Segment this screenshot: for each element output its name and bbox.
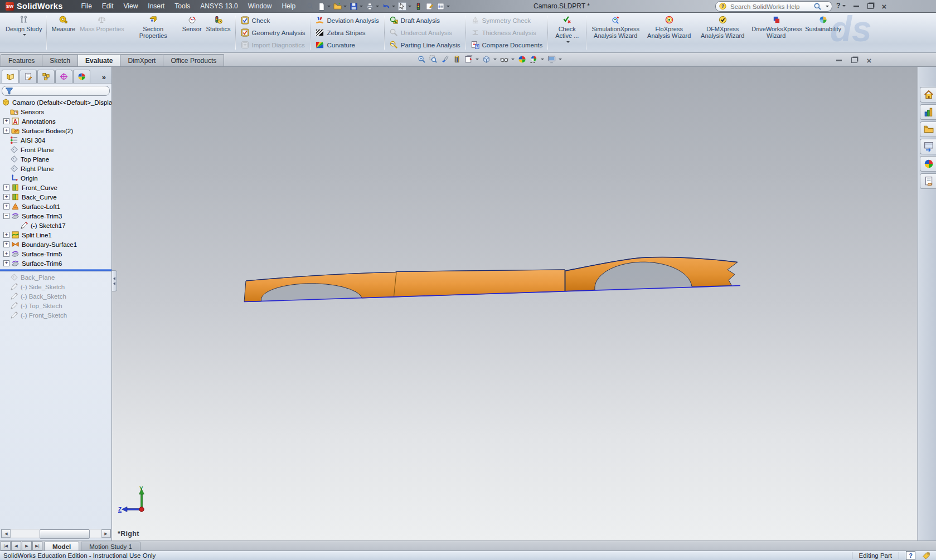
tree-item-surface-bodies-2[interactable]: +Surface Bodies(2) xyxy=(0,126,111,135)
design-study-dropdown-icon[interactable] xyxy=(23,34,26,36)
menu-ansys-13-0[interactable]: ANSYS 13.0 xyxy=(195,1,243,12)
zoom-to-fit-button[interactable] xyxy=(417,55,426,64)
tree-item-annotations[interactable]: +AAnnotations xyxy=(0,116,111,126)
menu-edit[interactable]: Edit xyxy=(97,1,119,12)
tab-features[interactable]: Features xyxy=(1,54,42,66)
statistics-button[interactable]: Statistics xyxy=(204,13,233,52)
deviation-analysis-button[interactable]: Deviation Analysis xyxy=(313,14,381,26)
expand-expanded-icon[interactable]: − xyxy=(3,213,9,219)
tag-icon[interactable] xyxy=(922,552,930,560)
view-list-dropdown-icon[interactable] xyxy=(447,6,450,7)
tree-item-side-sketch[interactable]: (-) Side_Sketch xyxy=(0,282,111,291)
menu-window[interactable]: Window xyxy=(243,1,277,12)
geometry-analysis-button[interactable]: Geometry Analysis xyxy=(238,27,308,38)
draft-analysis-button[interactable]: Draft Analysis xyxy=(387,14,463,26)
display-style-button[interactable] xyxy=(482,55,497,64)
tree-item-split-line1[interactable]: +Split Line1 xyxy=(0,230,111,240)
open-dropdown-icon[interactable] xyxy=(343,6,347,7)
expand-collapsed-icon[interactable]: + xyxy=(3,184,9,191)
zebra-stripes-button[interactable]: Zebra Stripes xyxy=(313,27,381,38)
search-magnifier-icon[interactable] xyxy=(813,2,822,11)
close-button[interactable]: × xyxy=(880,2,889,11)
apply-scene-button[interactable] xyxy=(529,55,545,64)
tree-item-sketch17[interactable]: (-) Sketch17 xyxy=(0,221,111,230)
tree-item-surface-loft1[interactable]: +Surface-Loft1 xyxy=(0,202,111,211)
curvature-button[interactable]: Curvature xyxy=(313,39,381,51)
restore-button[interactable] xyxy=(866,2,875,11)
design-library-button[interactable] xyxy=(920,104,936,120)
hide-show-items-button[interactable] xyxy=(499,55,515,64)
first-frame-button[interactable]: |◀ xyxy=(1,541,11,551)
tree-item-surface-trim6[interactable]: +Surface-Trim6 xyxy=(0,259,111,268)
bottom-tab-motion-study-1[interactable]: Motion Study 1 xyxy=(81,542,140,551)
expand-collapsed-icon[interactable]: + xyxy=(3,241,9,247)
driveworksxpress-wizard-button[interactable]: DriveWorksXpress Wizard xyxy=(749,13,803,52)
sustainability-button[interactable]: Sustainability xyxy=(803,13,843,52)
dfmxpress-analysis-wizard-button[interactable]: DFMXpress Analysis Wizard xyxy=(696,13,749,52)
expand-collapsed-icon[interactable]: + xyxy=(3,118,9,124)
hide-show-items-dropdown-icon[interactable] xyxy=(511,59,515,60)
panel-splitter-handle[interactable] xyxy=(112,270,117,291)
bottom-tab-model[interactable]: Model xyxy=(44,542,79,551)
zoom-to-area-button[interactable] xyxy=(429,55,438,64)
select-dropdown-icon[interactable] xyxy=(408,6,411,7)
manager-tab-dimxpertmanager[interactable] xyxy=(55,70,72,83)
section-view-button[interactable] xyxy=(452,55,462,64)
expand-collapsed-icon[interactable]: + xyxy=(3,251,9,257)
tree-horizontal-scrollbar[interactable]: ◀ ▶ xyxy=(1,529,111,538)
design-study-button[interactable]: Design Study xyxy=(3,13,44,52)
tree-item-camaro-default-default-displa[interactable]: Camaro (Default<<Default>_Displa xyxy=(0,98,111,107)
apply-scene-dropdown-icon[interactable] xyxy=(541,59,544,60)
new-document-button[interactable] xyxy=(316,2,332,11)
menu-help[interactable]: Help xyxy=(277,1,300,12)
measure-button[interactable]: Measure xyxy=(49,13,77,52)
tree-item-back-curve[interactable]: +Back_Curve xyxy=(0,192,111,202)
save-button[interactable] xyxy=(348,2,364,11)
view-list-button[interactable] xyxy=(435,2,451,11)
graphics-viewport[interactable]: Y Z *Right xyxy=(112,67,917,540)
tab-office-products[interactable]: Office Products xyxy=(163,54,224,66)
expand-collapsed-icon[interactable]: + xyxy=(3,203,9,210)
solidworks-search-button[interactable] xyxy=(305,2,316,11)
tab-evaluate[interactable]: Evaluate xyxy=(77,54,120,66)
quick-tips-button[interactable]: ? xyxy=(906,551,915,560)
parting-line-analysis-button[interactable]: Parting Line Analysis xyxy=(387,39,463,51)
menu-insert[interactable]: Insert xyxy=(143,1,169,12)
last-frame-button[interactable]: ▶| xyxy=(32,541,42,551)
print-dropdown-icon[interactable] xyxy=(376,6,379,7)
scroll-thumb[interactable] xyxy=(40,529,90,539)
solidworks-resources-button[interactable] xyxy=(920,87,936,103)
tree-item-sensors[interactable]: Sensors xyxy=(0,107,111,116)
scroll-left-button[interactable]: ◀ xyxy=(2,529,11,538)
scroll-track[interactable] xyxy=(11,529,101,538)
doc-minimize-button[interactable] xyxy=(835,56,843,65)
tree-item-top-sktech[interactable]: (-) Top_Sktech xyxy=(0,301,111,310)
tree-item-front-plane[interactable]: Front Plane xyxy=(0,145,111,154)
help-search-box[interactable]: ? xyxy=(715,1,832,12)
view-orientation-button[interactable] xyxy=(464,55,479,64)
tree-item-boundary-surface1[interactable]: +Boundary-Surface1 xyxy=(0,240,111,249)
expand-collapsed-icon[interactable]: + xyxy=(3,128,9,134)
tree-item-back-sketch[interactable]: (-) Back_Sketch xyxy=(0,291,111,301)
expand-collapsed-icon[interactable]: + xyxy=(3,194,9,200)
rebuild-button[interactable] xyxy=(413,2,424,11)
doc-close-button[interactable]: × xyxy=(865,56,874,65)
view-settings-button[interactable] xyxy=(547,55,562,64)
check-button[interactable]: Check xyxy=(238,14,308,26)
expand-collapsed-icon[interactable]: + xyxy=(3,260,9,266)
tree-item-front-curve[interactable]: +Front_Curve xyxy=(0,183,111,192)
custom-properties-button[interactable] xyxy=(920,173,936,189)
previous-frame-button[interactable]: ◀ xyxy=(11,541,21,551)
select-button[interactable] xyxy=(397,2,413,11)
manager-tab-featuremanager-tree[interactable] xyxy=(2,70,19,83)
view-settings-dropdown-icon[interactable] xyxy=(559,59,562,60)
doc-restore-button[interactable] xyxy=(850,56,859,65)
minimize-button[interactable] xyxy=(852,2,861,11)
print-button[interactable] xyxy=(365,2,380,11)
next-frame-button[interactable]: ▶ xyxy=(22,541,32,551)
tree-filter-bar[interactable] xyxy=(2,86,110,96)
manager-tab-propertymanager[interactable] xyxy=(20,70,37,83)
open-button[interactable] xyxy=(332,2,348,11)
undo-button[interactable] xyxy=(381,2,396,11)
floxpress-analysis-wizard-button[interactable]: FloXpress Analysis Wizard xyxy=(642,13,696,52)
